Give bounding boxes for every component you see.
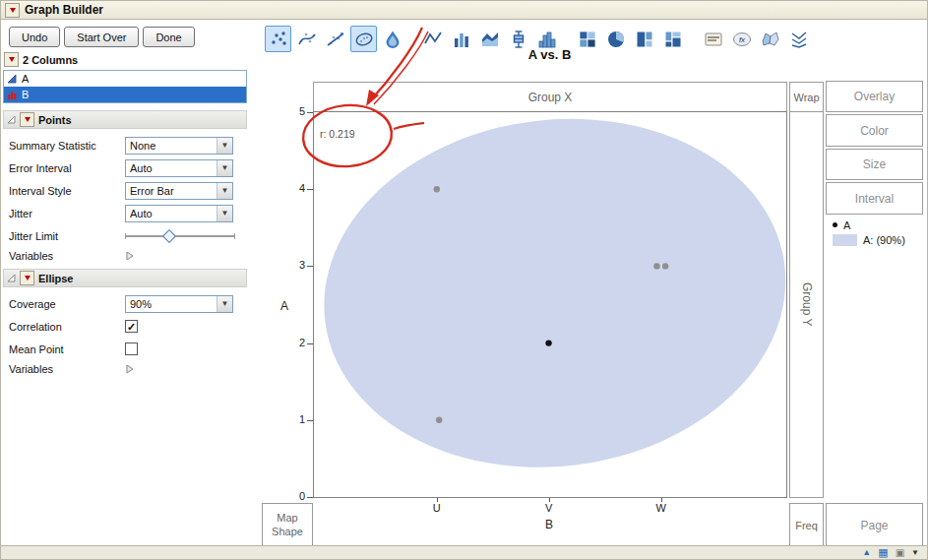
- points-icon[interactable]: [265, 26, 291, 52]
- interval-style-select[interactable]: Error Bar ▼: [125, 182, 233, 200]
- size-drop-zone[interactable]: Size: [826, 149, 923, 180]
- group-y-drop-zone[interactable]: Group Y: [789, 111, 824, 498]
- correlation-value: r: 0.219: [320, 128, 355, 140]
- graph-builder-window: Graph Builder Undo Start Over Done fx 2 …: [0, 0, 928, 560]
- jitter-limit-label: Jitter Limit: [9, 230, 125, 242]
- jitter-select[interactable]: Auto ▼: [125, 205, 233, 222]
- y-tick-label: 3: [281, 259, 305, 271]
- svg-text:fx: fx: [738, 35, 745, 44]
- correlation-checkbox[interactable]: ✓: [125, 320, 138, 333]
- legend-ellipse-label[interactable]: A: (90%): [863, 234, 905, 246]
- columns-red-triangle-button[interactable]: [4, 52, 19, 67]
- mean-point-checkbox[interactable]: [125, 342, 138, 355]
- column-item-b[interactable]: B: [4, 87, 246, 102]
- data-point[interactable]: [434, 186, 440, 192]
- x-tick-mark: [549, 498, 550, 502]
- coverage-row: Coverage 90% ▼: [1, 292, 253, 315]
- color-drop-zone[interactable]: Color: [826, 114, 923, 147]
- slider-track: [125, 235, 235, 237]
- x-tick-mark: [661, 498, 662, 502]
- caret-up-icon[interactable]: ▲: [862, 548, 871, 557]
- column-item-a[interactable]: A: [4, 71, 246, 87]
- plot-area[interactable]: [313, 111, 787, 498]
- undo-button[interactable]: Undo: [9, 27, 60, 47]
- disclosure-right-icon[interactable]: [125, 251, 135, 261]
- jitter-label: Jitter: [9, 208, 125, 219]
- chevron-down-icon: ▼: [217, 183, 232, 199]
- y-tick-label: 0: [281, 490, 305, 502]
- wrap-drop-zone[interactable]: Wrap: [789, 82, 824, 112]
- mean-point-row: Mean Point: [1, 338, 253, 360]
- y-tick-mark: [307, 420, 313, 421]
- x-tick-mark: [437, 498, 438, 502]
- summary-statistic-label: Summary Statistic: [9, 140, 125, 152]
- window-icon[interactable]: ▣: [896, 548, 904, 558]
- slider-thumb[interactable]: [162, 228, 176, 242]
- column-label: A: [22, 73, 29, 85]
- menu-down-icon[interactable]: ▼: [911, 549, 919, 557]
- points-variables-row: Variables: [1, 247, 253, 265]
- chevron-down-icon: ▼: [217, 296, 232, 312]
- ellipse-section-header[interactable]: Ellipse: [3, 269, 247, 287]
- group-x-drop-zone[interactable]: Group X: [313, 82, 787, 112]
- y-tick-mark: [307, 266, 313, 267]
- columns-header: 2 Columns: [1, 50, 253, 70]
- chevron-down-icon: ▼: [217, 206, 232, 221]
- jitter-limit-slider[interactable]: [125, 229, 235, 243]
- data-point[interactable]: [436, 417, 442, 423]
- legend: A A: (90%): [833, 218, 905, 247]
- red-triangle-icon: [9, 57, 15, 62]
- overlay-drop-zone[interactable]: Overlay: [826, 81, 923, 112]
- nominal-variable-icon: [6, 89, 18, 100]
- start-over-button[interactable]: Start Over: [64, 27, 139, 47]
- legend-ellipse-swatch: [833, 234, 857, 246]
- variables-label: Variables: [9, 250, 125, 262]
- chevron-down-icon: ▼: [217, 138, 232, 154]
- points-header-label: Points: [38, 114, 72, 126]
- map-shape-drop-zone[interactable]: Map Shape: [262, 503, 313, 548]
- x-axis-label: B: [529, 518, 569, 531]
- collapse-icon: [7, 274, 16, 282]
- y-tick-mark: [307, 343, 313, 344]
- coverage-label: Coverage: [9, 298, 125, 310]
- page-drop-zone[interactable]: Page: [826, 503, 923, 548]
- columns-list: A B: [3, 70, 247, 103]
- correlation-row: Correlation ✓: [1, 315, 253, 338]
- variables-label: Variables: [9, 363, 125, 375]
- points-section-header[interactable]: Points: [3, 110, 247, 129]
- window-title: Graph Builder: [25, 3, 103, 17]
- red-triangle-icon: [25, 117, 31, 122]
- ellipse-red-triangle-button[interactable]: [20, 271, 34, 285]
- data-point[interactable]: [653, 263, 659, 269]
- coverage-select[interactable]: 90% ▼: [125, 295, 233, 313]
- jitter-limit-row: Jitter Limit: [1, 224, 253, 247]
- jitter-row: Jitter Auto ▼: [1, 202, 253, 224]
- done-button[interactable]: Done: [143, 27, 194, 47]
- data-point[interactable]: [662, 263, 668, 269]
- interval-drop-zone[interactable]: Interval: [826, 182, 923, 215]
- disclosure-right-icon[interactable]: [125, 364, 135, 374]
- mean-point-label: Mean Point: [9, 343, 125, 355]
- y-tick-label: 1: [281, 413, 305, 425]
- x-tick-label: V: [529, 502, 569, 514]
- freq-drop-zone[interactable]: Freq: [789, 503, 824, 548]
- data-point[interactable]: [545, 340, 551, 345]
- plot-canvas: [314, 112, 786, 497]
- summary-statistic-select[interactable]: None ▼: [125, 137, 233, 155]
- grid-icon[interactable]: ▦: [878, 547, 888, 558]
- interval-style-label: Interval Style: [9, 185, 125, 197]
- points-red-triangle-button[interactable]: [20, 112, 34, 127]
- error-interval-select[interactable]: Auto ▼: [125, 159, 233, 177]
- y-tick-mark: [307, 189, 313, 190]
- report-red-triangle-button[interactable]: [5, 3, 20, 18]
- x-tick-label: W: [642, 502, 681, 514]
- status-bar: ▲ ▦ ▣ ▼: [1, 545, 927, 559]
- parallel-plot-icon[interactable]: [785, 26, 812, 52]
- y-tick-label: 4: [281, 182, 305, 194]
- title-bar: Graph Builder: [1, 1, 927, 20]
- red-triangle-icon: [10, 8, 16, 13]
- legend-point-series-label[interactable]: A: [843, 219, 850, 231]
- summary-statistic-row: Summary Statistic None ▼: [1, 134, 253, 156]
- error-interval-row: Error Interval Auto ▼: [1, 156, 253, 179]
- interval-style-row: Interval Style Error Bar ▼: [1, 179, 253, 202]
